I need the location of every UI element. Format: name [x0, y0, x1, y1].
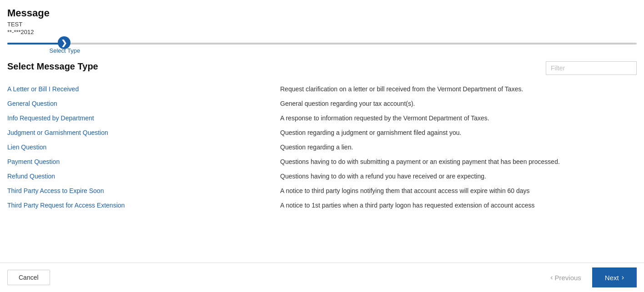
- progress-section: ❯: [7, 43, 637, 45]
- message-row[interactable]: Refund QuestionQuestions having to do wi…: [7, 169, 637, 183]
- progress-icon: ❯: [61, 39, 67, 47]
- message-type-description: Question regarding a judgment or garnish…: [280, 129, 637, 136]
- progress-fill: [7, 43, 64, 45]
- chevron-right-icon: ›: [622, 273, 624, 282]
- message-type-description: General question regarding your tax acco…: [280, 100, 637, 107]
- message-type-name[interactable]: Third Party Request for Access Extension: [7, 202, 280, 209]
- progress-circle: ❯: [58, 36, 70, 49]
- message-row[interactable]: A Letter or Bill I ReceivedRequest clari…: [7, 82, 637, 96]
- message-row[interactable]: Info Requested by DepartmentA response t…: [7, 111, 637, 125]
- message-type-description: A notice to third party logins notifying…: [280, 187, 637, 194]
- message-row[interactable]: General QuestionGeneral question regardi…: [7, 96, 637, 111]
- message-type-name[interactable]: Info Requested by Department: [7, 114, 280, 122]
- message-type-name[interactable]: Judgment or Garnishment Question: [7, 129, 280, 136]
- message-type-name[interactable]: Payment Question: [7, 158, 280, 165]
- account-name: TEST: [7, 21, 637, 28]
- account-number: **-***2012: [7, 29, 637, 35]
- message-row[interactable]: Lien QuestionQuestion regarding a lien.: [7, 140, 637, 154]
- next-label: Next: [605, 274, 619, 282]
- message-type-description: Questions having to do with submitting a…: [280, 158, 637, 165]
- previous-label: Previous: [554, 274, 581, 282]
- message-row[interactable]: Payment QuestionQuestions having to do w…: [7, 154, 637, 169]
- message-type-description: Request clarification on a letter or bil…: [280, 85, 637, 93]
- message-row[interactable]: Third Party Access to Expire SoonA notic…: [7, 183, 637, 198]
- message-type-name[interactable]: Lien Question: [7, 144, 280, 151]
- filter-input[interactable]: [546, 61, 637, 75]
- message-type-name[interactable]: General Question: [7, 100, 280, 107]
- footer: Cancel ‹ Previous Next ›: [0, 262, 644, 292]
- next-button[interactable]: Next ›: [592, 267, 637, 287]
- section-title: Select Message Type: [7, 61, 98, 72]
- main-content: Message TEST **-***2012 ❯ Select Type Se…: [0, 0, 644, 262]
- message-row[interactable]: Judgment or Garnishment QuestionQuestion…: [7, 125, 637, 140]
- message-type-name[interactable]: A Letter or Bill I Received: [7, 85, 280, 93]
- progress-labels: Select Type: [7, 47, 637, 54]
- message-type-description: Question regarding a lien.: [280, 144, 637, 151]
- filter-row: Select Message Type: [7, 61, 637, 77]
- page-header: Message TEST **-***2012: [7, 7, 637, 35]
- chevron-left-icon: ‹: [550, 273, 553, 282]
- progress-track: ❯: [7, 43, 637, 45]
- message-type-name[interactable]: Refund Question: [7, 173, 280, 180]
- page-title: Message: [7, 7, 637, 19]
- nav-buttons: ‹ Previous Next ›: [539, 267, 637, 287]
- previous-button[interactable]: ‹ Previous: [539, 267, 592, 287]
- message-type-description: A notice to 1st parties when a third par…: [280, 202, 637, 209]
- message-list: A Letter or Bill I ReceivedRequest clari…: [7, 82, 637, 213]
- message-row[interactable]: Third Party Request for Access Extension…: [7, 198, 637, 213]
- page-wrapper: Message TEST **-***2012 ❯ Select Type Se…: [0, 0, 644, 292]
- message-type-name[interactable]: Third Party Access to Expire Soon: [7, 187, 280, 194]
- message-type-description: Questions having to do with a refund you…: [280, 173, 637, 180]
- cancel-button[interactable]: Cancel: [7, 270, 50, 285]
- message-type-description: A response to information requested by t…: [280, 114, 637, 122]
